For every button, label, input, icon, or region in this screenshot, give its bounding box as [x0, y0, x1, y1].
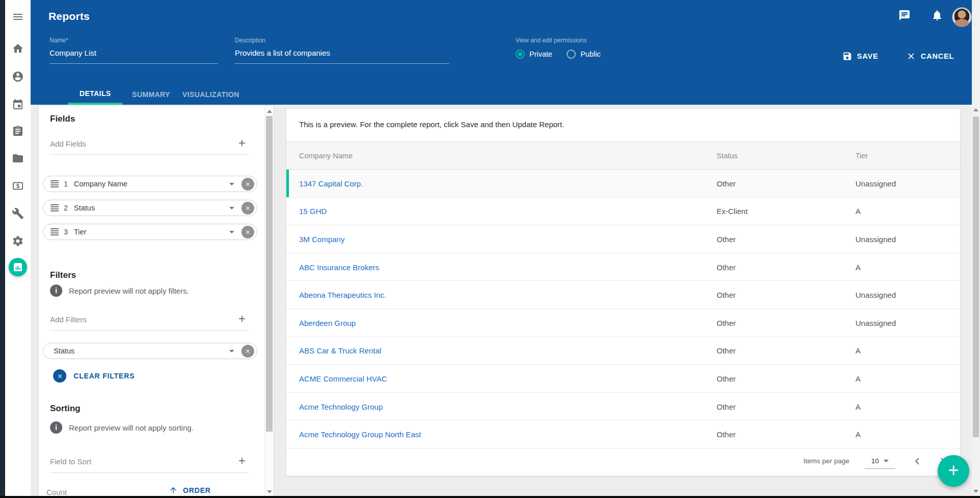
- filter-pill-status[interactable]: Status: [43, 343, 257, 359]
- calendar-icon[interactable]: [11, 97, 25, 111]
- clear-filters-button[interactable]: CLEAR FILTERS: [53, 369, 135, 383]
- table-row[interactable]: 15 GHD Ex-Client A: [286, 198, 960, 226]
- menu-icon[interactable]: [11, 10, 25, 24]
- table-row[interactable]: ABS Car & Truck Rental Other A: [286, 337, 960, 365]
- save-icon: [842, 51, 852, 61]
- sort-order-button[interactable]: ORDER: [169, 486, 211, 494]
- tab-visualization[interactable]: VISUALIZATION: [180, 84, 242, 105]
- previous-page-button[interactable]: [911, 455, 924, 468]
- field-pill-status[interactable]: 2 Status: [43, 200, 257, 216]
- chevron-down-icon[interactable]: [229, 207, 234, 209]
- scroll-down-icon[interactable]: [267, 490, 272, 493]
- company-link[interactable]: Acme Technology Group North East: [299, 420, 421, 448]
- drag-handle-icon[interactable]: [51, 180, 59, 187]
- field-to-sort-plus-icon[interactable]: [236, 455, 248, 467]
- remove-field-icon[interactable]: [241, 202, 254, 215]
- filter-name: Status: [54, 347, 75, 355]
- cancel-button[interactable]: CANCEL: [906, 51, 954, 61]
- table-row[interactable]: 3M Company Other Unassigned: [286, 225, 960, 253]
- name-input[interactable]: Company List: [50, 49, 218, 64]
- scrollbar-thumb[interactable]: [266, 116, 273, 432]
- app-screen: $ Reports Name* Company List Description…: [0, 0, 980, 498]
- drag-handle-icon[interactable]: [51, 228, 59, 235]
- table-row[interactable]: ABC Insurance Brokers Other A: [286, 253, 960, 281]
- tab-bar: DETAILS SUMMARY VISUALIZATION: [31, 84, 980, 105]
- name-label: Name*: [50, 37, 218, 44]
- items-per-page-value: 10: [871, 457, 879, 465]
- company-link[interactable]: ABS Car & Truck Rental: [299, 337, 381, 365]
- chevron-down-icon[interactable]: [229, 350, 234, 352]
- company-link[interactable]: 1347 Capital Corp.: [299, 170, 363, 198]
- reports-icon[interactable]: [9, 258, 27, 276]
- filters-note: Report preview will not apply filters.: [69, 287, 189, 295]
- field-name: Tier: [74, 228, 86, 236]
- tier-cell: Unassigned: [855, 281, 896, 309]
- radio-public[interactable]: [567, 50, 576, 59]
- tab-details[interactable]: DETAILS: [68, 84, 122, 105]
- status-cell: Other: [717, 170, 736, 198]
- sorting-note: Report preview will not apply sorting.: [69, 423, 193, 432]
- filters-heading: Filters: [50, 270, 76, 280]
- field-pill-company-name[interactable]: 1 Company Name: [43, 176, 257, 192]
- company-link[interactable]: 15 GHD: [299, 198, 327, 226]
- tasks-icon[interactable]: [11, 124, 25, 138]
- window-bottom-edge: [0, 496, 980, 498]
- billing-icon[interactable]: $: [11, 179, 25, 193]
- page-scrollbar[interactable]: [972, 0, 980, 498]
- tier-cell: A: [855, 365, 861, 393]
- sort-order-label: ORDER: [183, 486, 211, 494]
- notifications-icon[interactable]: [931, 9, 944, 22]
- remove-field-icon[interactable]: [241, 226, 254, 239]
- company-link[interactable]: ACME Commercial HVAC: [299, 365, 387, 393]
- panel-scrollbar[interactable]: [264, 106, 274, 497]
- folder-icon[interactable]: [11, 151, 25, 165]
- company-link[interactable]: Abeona Therapeutics Inc.: [299, 281, 386, 309]
- avatar[interactable]: [952, 8, 971, 27]
- company-link[interactable]: 3M Company: [299, 225, 345, 253]
- tier-cell: A: [855, 393, 861, 421]
- tools-icon[interactable]: [11, 206, 25, 221]
- save-button[interactable]: SAVE: [842, 51, 878, 61]
- radio-private[interactable]: [516, 50, 525, 59]
- remove-field-icon[interactable]: [241, 178, 254, 191]
- chat-icon[interactable]: [898, 9, 912, 22]
- scroll-up-icon[interactable]: [973, 108, 978, 111]
- add-report-fab[interactable]: [938, 455, 969, 487]
- tab-summary[interactable]: SUMMARY: [128, 84, 175, 105]
- account-icon[interactable]: [11, 69, 25, 84]
- fields-heading: Fields: [50, 114, 75, 124]
- description-label: Description: [235, 37, 449, 44]
- items-per-page-select[interactable]: 10: [865, 454, 895, 469]
- table-row[interactable]: Acme Technology Group North East Other A: [286, 420, 960, 448]
- info-icon: [50, 284, 62, 297]
- company-link[interactable]: Aberdeen Group: [299, 309, 356, 337]
- table-row[interactable]: 1347 Capital Corp. Other Unassigned: [286, 170, 960, 198]
- remove-filter-icon[interactable]: [241, 345, 254, 358]
- chevron-down-icon[interactable]: [229, 183, 234, 185]
- field-pill-tier[interactable]: 3 Tier: [43, 224, 257, 240]
- scrollbar-thumb[interactable]: [973, 116, 979, 437]
- add-fields-plus-icon[interactable]: [236, 137, 248, 150]
- home-icon[interactable]: [11, 41, 25, 56]
- scroll-up-icon[interactable]: [267, 110, 272, 113]
- tier-cell: Unassigned: [855, 170, 896, 198]
- cancel-button-label: CANCEL: [921, 52, 954, 60]
- status-cell: Other: [717, 309, 736, 337]
- scroll-down-icon[interactable]: [973, 490, 978, 493]
- company-link[interactable]: Acme Technology Group: [299, 393, 383, 421]
- chevron-down-icon[interactable]: [229, 231, 234, 233]
- column-header-tier: Tier: [855, 142, 868, 170]
- table-row[interactable]: Aberdeen Group Other Unassigned: [286, 309, 960, 337]
- add-filters-plus-icon[interactable]: [236, 313, 248, 325]
- permissions-radio-row: Private Public: [516, 50, 730, 59]
- table-row[interactable]: ACME Commercial HVAC Other A: [286, 365, 960, 393]
- filters-note-row: Report preview will not apply filters.: [50, 284, 249, 297]
- table-row[interactable]: Abeona Therapeutics Inc. Other Unassigne…: [286, 281, 960, 309]
- drag-handle-icon[interactable]: [51, 204, 59, 211]
- settings-icon[interactable]: [11, 234, 25, 248]
- company-link[interactable]: ABC Insurance Brokers: [299, 253, 379, 281]
- description-input[interactable]: Provides a list of companies: [235, 49, 449, 64]
- status-cell: Other: [717, 365, 736, 393]
- add-fields-row: Add Fields: [50, 137, 248, 150]
- table-row[interactable]: Acme Technology Group Other A: [286, 393, 960, 421]
